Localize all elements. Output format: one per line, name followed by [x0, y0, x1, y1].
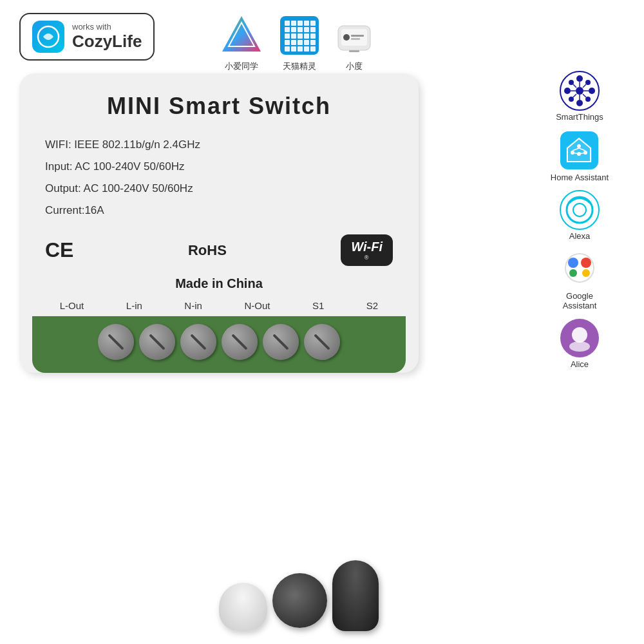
- svg-point-56: [577, 144, 581, 148]
- terminal-screw-3: [180, 324, 216, 360]
- alexa-icon: [560, 190, 600, 230]
- svg-point-40: [569, 80, 574, 85]
- smartthings-label: SmartThings: [556, 112, 603, 122]
- home-assistant-label: Home Assistant: [551, 173, 609, 182]
- svg-point-71: [569, 269, 577, 277]
- alexa-label: Alexa: [569, 231, 591, 241]
- alice-label: Alice: [571, 359, 589, 369]
- spec-input: Input: AC 100-240V 50/60Hz: [45, 156, 406, 178]
- svg-point-39: [589, 88, 595, 94]
- speaker-echo-dot: [272, 573, 327, 628]
- cozylife-logo-icon: [32, 21, 64, 53]
- svg-point-37: [576, 100, 583, 106]
- svg-point-66: [573, 204, 586, 216]
- terminal-block: [32, 316, 406, 373]
- speakers-image: [219, 560, 509, 631]
- home-assistant-icon: [558, 129, 600, 171]
- google-assistant-icon: [559, 249, 600, 290]
- terminal-screw-6: [304, 324, 340, 360]
- wifi-label: Wi: [351, 240, 366, 254]
- alice-icon: [560, 318, 600, 358]
- certifications: CE RoHS Wi-Fi ®: [32, 228, 406, 272]
- page-wrapper: 小爱同学: [0, 0, 644, 644]
- terminal-screw-2: [139, 324, 175, 360]
- svg-line-52: [583, 94, 586, 97]
- spec-current: Current:16A: [45, 200, 406, 222]
- wifi-label2: Fi: [371, 240, 383, 254]
- spec-wifi: WIFI: IEEE 802.11b/g/n 2.4GHz: [45, 134, 406, 156]
- google-assistant-label: GoogleAssistant: [563, 291, 597, 310]
- svg-line-50: [583, 84, 586, 88]
- smartthings-icon: [560, 71, 600, 111]
- made-in-china: Made in China: [32, 276, 406, 291]
- svg-line-51: [573, 94, 576, 97]
- device-specs: WIFI: IEEE 802.11b/g/n 2.4GHz Input: AC …: [32, 134, 406, 222]
- svg-point-67: [565, 254, 594, 282]
- svg-point-73: [572, 327, 587, 343]
- svg-point-44: [576, 87, 583, 95]
- terminal-labels: L-Out L-in N-in N-Out S1 S2: [32, 295, 406, 316]
- smartthings-item: SmartThings: [556, 71, 603, 122]
- home-assistant-item: Home Assistant: [551, 129, 609, 182]
- terminal-label-lout: L-Out: [60, 300, 84, 311]
- spec-output: Output: AC 100-240V 50/60Hz: [45, 178, 406, 200]
- terminal-screw-4: [222, 324, 258, 360]
- cozylife-brand-name: CozyLife: [72, 32, 142, 52]
- wifi-badge: Wi-Fi ®: [341, 234, 393, 266]
- terminal-screw-1: [98, 324, 134, 360]
- svg-point-69: [581, 258, 591, 268]
- svg-point-36: [576, 75, 583, 82]
- speaker-google-home: [219, 583, 267, 631]
- terminal-label-nout: N-Out: [244, 300, 270, 311]
- google-assistant-item: GoogleAssistant: [559, 249, 600, 310]
- svg-line-49: [573, 84, 576, 88]
- ce-mark: CE: [45, 238, 73, 262]
- svg-point-43: [585, 97, 591, 102]
- terminal-label-lin: L-in: [126, 300, 142, 311]
- svg-point-70: [582, 269, 590, 277]
- alice-item: Alice: [560, 318, 600, 369]
- svg-point-38: [564, 88, 571, 94]
- device-title: MINI Smart Switch: [32, 93, 406, 120]
- right-compatibility: SmartThings Home Assistant: [515, 0, 644, 644]
- works-with-label: works with: [72, 22, 142, 32]
- cozylife-badge: works with CozyLife: [19, 13, 155, 61]
- left-section: works with CozyLife MINI Smart Switch WI…: [0, 0, 515, 644]
- terminal-screw-5: [263, 324, 299, 360]
- device-title-area: MINI Smart Switch: [32, 86, 406, 124]
- terminal-label-s1: S1: [312, 300, 324, 311]
- alexa-item: Alexa: [560, 190, 600, 241]
- rohs-text: RoHS: [188, 242, 227, 259]
- cozylife-text: works with CozyLife: [72, 22, 142, 52]
- terminal-label-s2: S2: [366, 300, 378, 311]
- speaker-echo: [332, 560, 379, 631]
- svg-point-68: [568, 258, 578, 268]
- svg-point-74: [569, 341, 590, 352]
- terminal-label-nin: N-in: [184, 300, 202, 311]
- device-card: MINI Smart Switch WIFI: IEEE 802.11b/g/n…: [19, 73, 419, 373]
- svg-point-41: [585, 80, 591, 85]
- svg-point-42: [569, 97, 574, 102]
